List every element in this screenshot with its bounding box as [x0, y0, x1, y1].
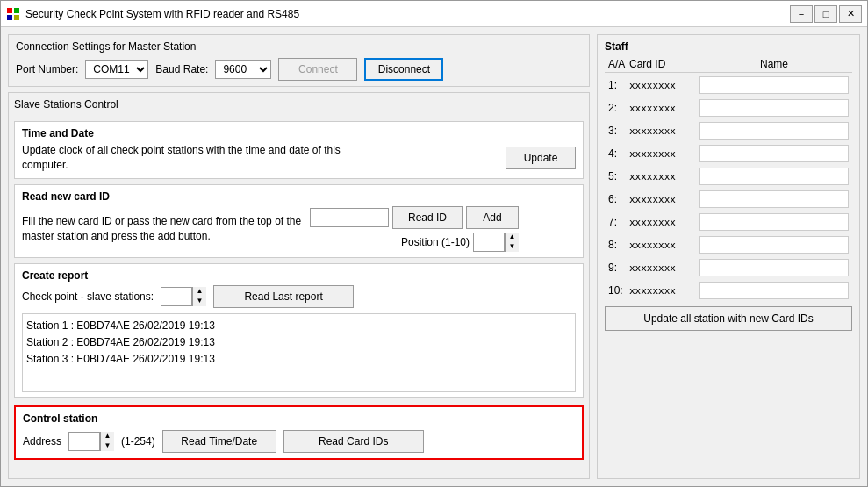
staff-name-input-10[interactable]	[699, 282, 849, 299]
add-button[interactable]: Add	[466, 206, 519, 229]
left-panel: Connection Settings for Master Station P…	[8, 34, 590, 479]
staff-card-id-6: xxxxxxxx	[629, 194, 699, 205]
position-spinner: 1 ▲ ▼	[473, 233, 519, 252]
staff-name-input-7[interactable]	[699, 213, 849, 231]
staff-card-id-7: xxxxxxxx	[629, 217, 699, 228]
report-title: Create report	[22, 269, 576, 282]
staff-name-input-8[interactable]	[699, 236, 849, 254]
window-title: Security Check Point System with RFID re…	[25, 8, 790, 20]
port-select[interactable]: COM11 COM1 COM2	[85, 60, 148, 79]
main-window: Security Check Point System with RFID re…	[0, 0, 868, 487]
time-date-row: Update clock of all check point stations…	[22, 143, 576, 173]
maximize-button[interactable]: □	[814, 5, 837, 23]
connection-section: Connection Settings for Master Station P…	[8, 34, 590, 87]
staff-row-9: 9: xxxxxxxx	[605, 257, 852, 278]
staff-row-8: 8: xxxxxxxx	[605, 234, 852, 255]
staff-col-card-id: Card ID	[629, 58, 699, 70]
staff-aa-7: 7:	[608, 216, 629, 228]
close-button[interactable]: ✕	[839, 5, 862, 23]
staff-card-id-5: xxxxxxxx	[629, 171, 699, 183]
checkpoint-up-button[interactable]: ▲	[192, 287, 206, 297]
staff-name-input-5[interactable]	[699, 168, 849, 185]
time-date-subsection: Time and Date Update clock of all check …	[14, 121, 584, 179]
staff-title: Staff	[605, 40, 852, 53]
checkpoint-label: Check point - slave stations:	[22, 290, 154, 303]
connect-button[interactable]: Connect	[278, 58, 357, 81]
report-controls-row: Check point - slave stations: 3 ▲ ▼ Read…	[22, 285, 576, 308]
position-down-button[interactable]: ▼	[505, 242, 519, 252]
report-line-2: Station 2 : E0BD74AE 26/02/2019 19:13	[26, 334, 571, 351]
read-card-row: Fill the new card ID or pass the new car…	[22, 206, 576, 252]
staff-aa-5: 5:	[608, 170, 629, 183]
staff-name-input-2[interactable]	[699, 99, 849, 117]
control-station-title: Control station	[23, 412, 575, 425]
checkpoint-input[interactable]: 3	[161, 287, 192, 306]
time-date-desc: Update clock of all check point stations…	[22, 143, 355, 173]
app-icon	[6, 7, 20, 21]
minimize-button[interactable]: −	[790, 5, 813, 23]
checkpoint-arrows: ▲ ▼	[192, 287, 206, 306]
connection-title: Connection Settings for Master Station	[16, 40, 582, 53]
address-input[interactable]: 1	[68, 432, 100, 451]
staff-card-id-3: xxxxxxxx	[629, 125, 699, 137]
port-label: Port Number:	[16, 63, 78, 75]
staff-col-name: Name	[699, 58, 849, 70]
connection-row: Port Number: COM11 COM1 COM2 Baud Rate: …	[16, 58, 582, 81]
baud-select[interactable]: 9600 4800 19200	[215, 60, 271, 79]
slave-section: Slave Stations Control Time and Date Upd…	[8, 92, 590, 479]
read-card-desc: Fill the new card ID or pass the new car…	[22, 214, 303, 244]
staff-card-id-10: xxxxxxxx	[629, 285, 699, 297]
slave-title: Slave Stations Control	[14, 98, 584, 111]
disconnect-button[interactable]: Disconnect	[364, 58, 443, 81]
checkpoint-down-button[interactable]: ▼	[192, 297, 206, 306]
svg-rect-1	[14, 8, 19, 13]
position-label: Position (1-10)	[401, 236, 470, 248]
checkpoint-spinner: 3 ▲ ▼	[161, 287, 206, 306]
position-row: Position (1-10) 1 ▲ ▼	[401, 233, 519, 252]
report-section: Create report Check point - slave statio…	[14, 263, 584, 398]
position-input[interactable]: 1	[473, 233, 505, 252]
staff-rows: 1: xxxxxxxx 2: xxxxxxxx 3: xxxxxxxx 4: x…	[605, 75, 852, 303]
staff-name-input-9[interactable]	[699, 259, 849, 276]
staff-aa-1: 1:	[608, 79, 629, 91]
read-card-title: Read new card ID	[22, 190, 576, 203]
address-label: Address	[23, 435, 61, 448]
staff-row-7: 7: xxxxxxxx	[605, 211, 852, 233]
staff-aa-6: 6:	[608, 193, 629, 205]
staff-row-3: 3: xxxxxxxx	[605, 120, 852, 141]
staff-row-1: 1: xxxxxxxx	[605, 75, 852, 96]
svg-rect-0	[7, 8, 12, 13]
staff-name-input-3[interactable]	[699, 122, 849, 140]
report-list: Station 1 : E0BD74AE 26/02/2019 19:13 St…	[22, 313, 576, 392]
report-line-3: Station 3 : E0BD74AE 26/02/2019 19:13	[26, 351, 571, 368]
staff-header: A/A Card ID Name	[605, 56, 852, 73]
read-id-button[interactable]: Read ID	[392, 206, 463, 229]
staff-aa-10: 10:	[608, 284, 629, 297]
staff-name-input-1[interactable]	[699, 76, 849, 94]
staff-aa-8: 8:	[608, 239, 629, 251]
update-card-ids-button[interactable]: Update all station with new Card IDs	[605, 306, 852, 331]
staff-card-id-1: xxxxxxxx	[629, 80, 699, 91]
update-time-button[interactable]: Update	[506, 147, 576, 169]
address-down-button[interactable]: ▼	[100, 441, 114, 451]
staff-aa-9: 9:	[608, 261, 629, 274]
read-card-ids-button[interactable]: Read Card IDs	[283, 430, 424, 453]
address-up-button[interactable]: ▲	[100, 432, 114, 441]
staff-name-input-4[interactable]	[699, 145, 849, 162]
baud-label: Baud Rate:	[155, 63, 208, 75]
staff-aa-4: 4:	[608, 147, 629, 160]
staff-card-id-8: xxxxxxxx	[629, 240, 699, 251]
staff-row-2: 2: xxxxxxxx	[605, 97, 852, 118]
card-id-input[interactable]	[310, 208, 389, 227]
read-last-report-button[interactable]: Read Last report	[213, 285, 354, 308]
staff-row-5: 5: xxxxxxxx	[605, 166, 852, 187]
position-arrows: ▲ ▼	[505, 233, 519, 252]
read-time-date-button[interactable]: Read Time/Date	[162, 430, 276, 453]
staff-aa-2: 2:	[608, 102, 629, 114]
staff-row-4: 4: xxxxxxxx	[605, 143, 852, 164]
card-input-row: Read ID Add	[310, 206, 519, 229]
staff-name-input-6[interactable]	[699, 190, 849, 208]
staff-col-aa: A/A	[608, 58, 629, 70]
position-up-button[interactable]: ▲	[505, 233, 519, 242]
address-range: (1-254)	[121, 435, 155, 448]
